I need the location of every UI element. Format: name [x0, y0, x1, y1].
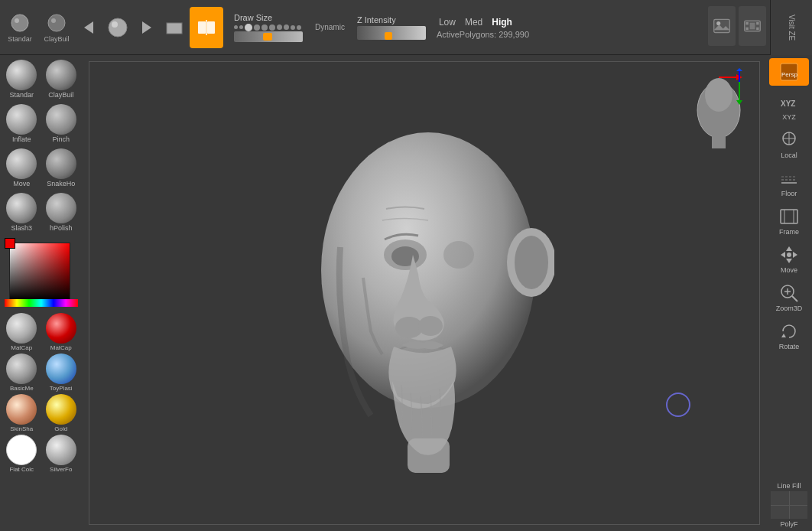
svg-point-29 [418, 316, 443, 336]
film-toolbar-icon[interactable] [739, 6, 766, 46]
color-picker-area[interactable] [5, 238, 78, 307]
svg-rect-13 [714, 19, 730, 32]
draw-size-label: Draw Size [234, 13, 272, 22]
brush-slash3[interactable]: Slash3 [3, 191, 41, 233]
svg-line-58 [792, 296, 797, 301]
svg-rect-8 [167, 23, 182, 34]
mat-sphere-gray [6, 313, 37, 344]
svg-rect-21 [750, 23, 755, 30]
orientation-widget[interactable] [684, 68, 753, 160]
canvas-area[interactable] [89, 61, 760, 525]
rp-floor[interactable]: Floor [769, 165, 809, 200]
toolbar-standard-label: Standar [8, 35, 32, 43]
svg-marker-7 [142, 21, 151, 34]
color-square[interactable] [9, 243, 70, 301]
color-swatch[interactable] [5, 238, 15, 249]
line-fill-section: Line Fill PolyF [771, 481, 807, 528]
brush-move[interactable]: Move [3, 147, 41, 189]
brush-label-inflate: Inflate [12, 135, 31, 143]
rp-zoom3d[interactable]: Zoom3D [769, 279, 809, 315]
image-toolbar-icon[interactable] [708, 6, 736, 46]
svg-text:Persp: Persp [781, 71, 797, 78]
toolbar-sphere-icon[interactable] [104, 7, 132, 48]
brush-sphere-clay [46, 60, 76, 90]
svg-point-3 [51, 18, 56, 23]
svg-marker-4 [84, 21, 93, 34]
color-hue-bar[interactable] [5, 299, 78, 307]
brush-hpolish[interactable]: hPolish [43, 191, 80, 233]
z-intensity-label: Z Intensity [357, 15, 396, 24]
rp-local[interactable]: Local [769, 126, 809, 162]
dot-7 [284, 24, 289, 30]
material-silver[interactable]: SilverFo [43, 435, 80, 473]
material-matcap-red[interactable]: MatCap [43, 313, 80, 351]
svg-point-56 [787, 252, 791, 257]
brush-label-standard: Standar [9, 91, 34, 99]
svg-point-6 [112, 21, 118, 28]
svg-point-27 [443, 241, 474, 269]
visit-zb-button[interactable]: Visit ZE [770, 0, 812, 55]
dot-2 [239, 25, 243, 29]
mat-label-red: MatCap [50, 344, 72, 351]
quality-med[interactable]: Med [463, 16, 485, 28]
brush-sphere-pinch [46, 104, 76, 135]
rp-persp[interactable]: Persp [769, 58, 809, 86]
brush-claybuild[interactable]: ClayBuil [43, 58, 80, 100]
quality-low[interactable]: Low [437, 16, 458, 28]
rp-frame[interactable]: Frame [769, 203, 809, 239]
mat-sphere-flat [6, 435, 37, 465]
material-toyplastic[interactable]: ToyPlasi [43, 353, 80, 392]
dot-active [245, 24, 252, 31]
toolbar-claybuild-icon[interactable]: ClayBuil [40, 7, 73, 48]
toolbar-arrow-right[interactable] [135, 7, 159, 48]
mat-sphere-toyplastic [46, 353, 76, 384]
mat-sphere-red [46, 313, 76, 344]
z-intensity-area: Z Intensity [357, 15, 426, 40]
svg-rect-17 [745, 22, 748, 24]
toolbar-arrow-left[interactable] [76, 7, 101, 48]
lf-cell-4 [790, 506, 808, 520]
active-polygons-label: ActivePolygons: [437, 30, 496, 39]
material-basicme[interactable]: BasicMe [3, 353, 41, 392]
brush-standard[interactable]: Standar [3, 58, 41, 100]
quality-high[interactable]: High [489, 16, 515, 28]
toolbar-symmetry-active[interactable] [190, 7, 223, 48]
left-sidebar: Standar ClayBuil Inflate Pinch Move Snak [0, 55, 83, 531]
toolbar-plane-icon[interactable] [162, 7, 187, 48]
brush-cursor-circle [666, 393, 690, 417]
mat-sphere-basicme [6, 353, 37, 384]
svg-point-14 [716, 21, 720, 25]
brush-label-hpolish: hPolish [50, 224, 73, 232]
mat-label-gray: MatCap [11, 344, 32, 351]
mat-sphere-skinshade [6, 394, 37, 425]
rp-local-label: Local [781, 151, 797, 159]
svg-rect-30 [408, 438, 450, 473]
line-fill-grid[interactable] [771, 491, 807, 519]
canvas-background [89, 62, 759, 524]
draw-size-gradient[interactable] [234, 31, 303, 42]
brush-label-slash3: Slash3 [11, 224, 32, 232]
rp-xyz[interactable]: XYZ XYZ [769, 88, 809, 124]
brush-inflate[interactable]: Inflate [3, 103, 41, 145]
toolbar-standard-icon[interactable]: Standar [3, 7, 37, 48]
dot-4 [261, 24, 268, 31]
draw-size-thumb [263, 33, 272, 41]
material-grid: MatCap MatCap BasicMe ToyPlasi SkinSha G [3, 313, 80, 473]
mat-sphere-silver [46, 435, 76, 465]
brush-pinch[interactable]: Pinch [43, 103, 80, 145]
material-gold[interactable]: Gold [43, 394, 80, 432]
mat-label-toyplastic: ToyPlasi [50, 385, 73, 392]
mat-sphere-gold [46, 394, 76, 425]
dot-row [234, 24, 301, 31]
svg-marker-37 [736, 68, 742, 71]
rp-frame-label: Frame [779, 228, 799, 236]
brush-snake[interactable]: SnakeHo [43, 147, 80, 189]
z-intensity-bar[interactable] [357, 26, 426, 40]
brush-label-snake: SnakeHo [47, 180, 75, 187]
material-skinshade[interactable]: SkinSha [3, 394, 41, 432]
active-polygons-display: ActivePolygons: 299,990 [437, 30, 529, 39]
rp-move[interactable]: Move [769, 241, 809, 277]
rp-rotate[interactable]: Rotate [769, 318, 809, 353]
material-flat[interactable]: Flat Colc [3, 435, 41, 473]
material-matcap-gray[interactable]: MatCap [3, 313, 41, 351]
